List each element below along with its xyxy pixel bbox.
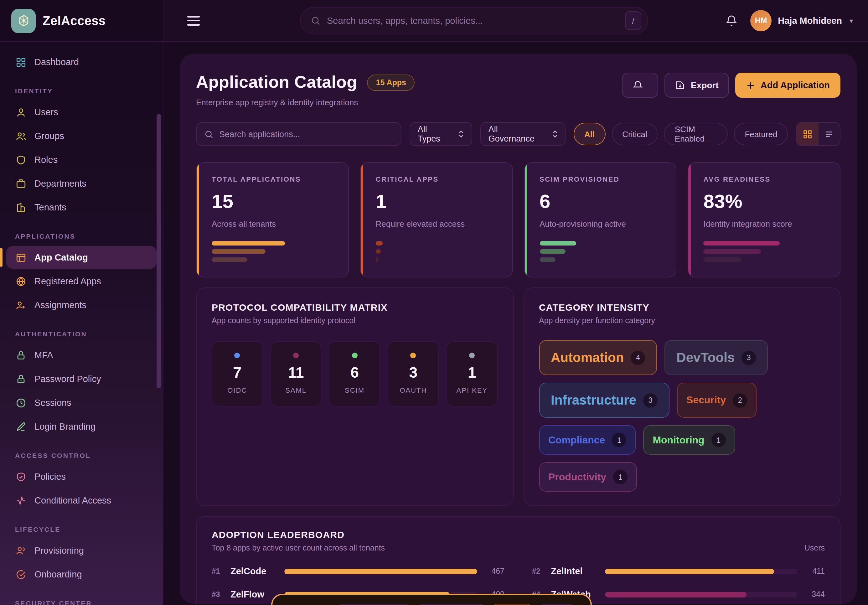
sidebar-item-dashboard[interactable]: Dashboard [6, 51, 157, 73]
filter-pill-featured[interactable]: Featured [734, 123, 788, 145]
sidebar-item-label: Conditional Access [34, 495, 111, 506]
category-chip-productivity[interactable]: Productivity1 [539, 462, 637, 492]
hamburger-menu-icon[interactable] [187, 16, 200, 26]
shield-check-icon [15, 471, 26, 482]
protocol-tile-oidc[interactable]: 7 OIDC [212, 341, 263, 406]
export-button[interactable]: Export [665, 73, 729, 98]
protocol-tile-oauth[interactable]: 3 OAUTH [388, 341, 439, 406]
sidebar-item-label: Dashboard [34, 57, 79, 67]
sidebar-item-policies[interactable]: Policies [6, 465, 157, 488]
category-chip-monitoring[interactable]: Monitoring1 [643, 425, 735, 455]
bell-icon[interactable] [725, 14, 738, 27]
popup-pill-highlight[interactable] [492, 604, 532, 605]
sidebar-item-label: Groups [34, 131, 64, 141]
stat-mini-bars [704, 241, 826, 262]
category-chip-devtools[interactable]: DevTools3 [665, 340, 768, 375]
user-name: Haja Mohideen [778, 16, 842, 26]
grid-view-icon[interactable] [797, 123, 818, 145]
sidebar-item-tenants[interactable]: Tenants [6, 196, 157, 219]
sidebar-item-conditional-access[interactable]: Conditional Access [6, 489, 157, 512]
app-search-input[interactable] [214, 129, 393, 139]
sidebar-section-access-control: ACCESS CONTROL [15, 451, 157, 459]
add-application-button[interactable]: Add Application [736, 73, 840, 98]
sidebar-item-roles[interactable]: Roles [6, 149, 157, 171]
popup-pill[interactable] [539, 604, 575, 605]
stat-mini-bars [376, 241, 499, 262]
category-chip-infrastructure[interactable]: Infrastructure3 [539, 383, 670, 418]
sidebar-item-label: Assignments [34, 300, 87, 310]
sidebar-item-label: Login Branding [34, 422, 96, 431]
leaderboard-subtitle: Top 8 apps by active user count across a… [212, 544, 385, 552]
stat-caption: Require elevated access [376, 219, 499, 229]
page-title: Application Catalog [196, 73, 357, 92]
stat-card-critical-apps: CRITICAL APPS 1 Require elevated access [360, 162, 513, 278]
global-search-input[interactable] [321, 16, 625, 26]
apps-count-badge: 15 Apps [367, 74, 415, 90]
category-chip-automation[interactable]: Automation4 [539, 340, 657, 375]
protocol-tile-scim[interactable]: 6 SCIM [329, 341, 380, 406]
stat-value: 83% [704, 191, 826, 213]
notifications-button[interactable] [622, 73, 658, 98]
governance-select[interactable]: All Governance [480, 122, 566, 146]
leaderboard-row: #1ZelCode 467 [212, 564, 504, 579]
stat-card-avg-readiness: AVG READINESS 83% Identity integration s… [688, 162, 841, 278]
sidebar-item-mfa[interactable]: MFA [6, 344, 157, 366]
filter-pill-all[interactable]: All [574, 123, 605, 145]
sidebar-item-registered-apps[interactable]: Registered Apps [6, 270, 157, 292]
dashboard-grid-icon [15, 56, 26, 68]
sidebar-item-provisioning[interactable]: Provisioning [6, 539, 157, 562]
protocol-tile-saml[interactable]: 11 SAML [270, 341, 321, 406]
view-toggle[interactable] [796, 122, 840, 146]
sidebar-item-sessions[interactable]: Sessions [6, 391, 157, 414]
export-label: Export [691, 80, 719, 90]
stat-value: 6 [539, 191, 662, 213]
category-chip-security[interactable]: Security2 [677, 383, 756, 418]
type-select[interactable]: All Types [409, 122, 472, 146]
app-search[interactable] [196, 122, 401, 146]
stat-caption: Identity integration score [704, 219, 826, 229]
protocol-dot [352, 353, 358, 358]
chevron-down-icon: ▾ [849, 17, 853, 25]
sidebar-item-label: Password Policy [34, 374, 101, 384]
protocol-matrix-panel: PROTOCOL COMPATIBILITY MATRIX App counts… [196, 287, 513, 506]
stat-label: SCIM PROVISIONED [539, 175, 662, 183]
avatar: HM [750, 10, 772, 31]
leaderboard-title: ADOPTION LEADERBOARD [212, 529, 385, 540]
user-menu[interactable]: HM Haja Mohideen ▾ [750, 10, 853, 31]
lock-keyhole-icon [15, 373, 26, 385]
leaderboard-row: #2ZelIntel 411 [532, 564, 825, 579]
sidebar-item-assignments[interactable]: Assignments [6, 294, 157, 316]
stat-caption: Auto-provisioning active [539, 219, 662, 229]
sidebar-item-label: Users [34, 107, 58, 117]
list-view-icon[interactable] [818, 123, 840, 145]
protocol-tile-api-key[interactable]: 1 API KEY [446, 341, 498, 406]
bottom-popup[interactable] [271, 594, 592, 605]
stat-mini-bars [539, 241, 662, 262]
sidebar-item-departments[interactable]: Departments [6, 172, 157, 195]
sidebar-item-users[interactable]: Users [6, 101, 157, 123]
pen-icon [15, 421, 26, 432]
user-icon [15, 107, 26, 118]
users-icon [15, 545, 26, 556]
layout-icon [15, 252, 26, 263]
sidebar-item-app-catalog[interactable]: App Catalog [6, 246, 157, 269]
sidebar-item-password-policy[interactable]: Password Policy [6, 368, 157, 390]
popup-pill[interactable] [418, 604, 485, 605]
global-search[interactable]: / [300, 7, 648, 34]
sidebar-item-onboarding[interactable]: Onboarding [6, 563, 157, 586]
stat-caption: Across all tenants [212, 219, 335, 229]
select-chevrons-icon [552, 130, 557, 138]
filter-pill-critical[interactable]: Critical [612, 123, 657, 145]
search-icon [311, 16, 321, 26]
popup-pill[interactable] [338, 604, 411, 605]
stat-mini-bars [212, 241, 335, 262]
sidebar-item-groups[interactable]: Groups [6, 125, 157, 147]
governance-select-value: All Governance [488, 125, 543, 143]
sidebar-section-authentication: AUTHENTICATION [15, 330, 157, 338]
sidebar-scrollbar[interactable] [157, 114, 161, 388]
sidebar-item-login-branding[interactable]: Login Branding [6, 415, 157, 438]
shield-icon [15, 154, 26, 165]
protocol-dot [411, 353, 416, 358]
filter-pill-scim-enabled[interactable]: SCIM Enabled [664, 123, 728, 145]
category-chip-compliance[interactable]: Compliance1 [539, 425, 636, 455]
